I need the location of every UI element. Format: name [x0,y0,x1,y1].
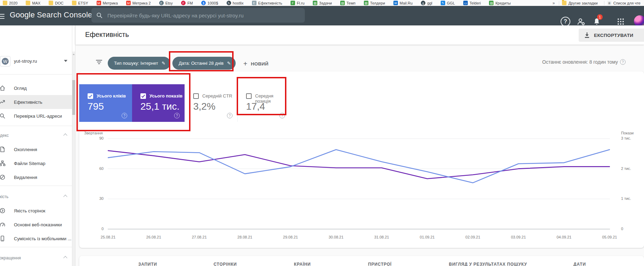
bookmark-item[interactable]: ✉Mail.Ru [393,1,413,5]
checkbox-checked-icon[interactable] [88,93,93,99]
sidebar-item-Ефективність[interactable]: Ефективність [0,95,72,109]
left-axis-tick: 30 [83,196,104,201]
favicon-icon: М [126,1,131,5]
bookmark-item[interactable]: ММетрика 2 [126,1,151,5]
bookmark-item[interactable]: ▤Телдери [364,1,385,5]
bookmark-item[interactable]: 2020 [3,1,17,5]
hamburger-menu-icon[interactable] [0,13,5,20]
bookmark-item[interactable]: ЕЕфективність [252,1,282,5]
bookmark-item[interactable]: hhostlix [227,1,244,5]
sitemap-icon [0,160,6,166]
bookmark-item[interactable]: ETSY [72,1,88,5]
bookmark-item[interactable]: DOC [49,1,63,5]
checkbox-unchecked-icon[interactable] [246,93,252,99]
help-question-icon[interactable]: ? [227,113,233,118]
left-axis-tick: 90 [83,136,104,140]
export-button[interactable]: ЕКСПОРТУВАТИ [579,29,644,42]
favicon-icon: Е [252,1,256,5]
sidebar-item-label: Файли Sitemap [14,161,46,166]
favicon-icon: ▭ [463,1,468,5]
gsc-logo[interactable]: GoogleSearch Console [10,10,92,19]
bookmark-item[interactable]: ММетрика [97,1,118,5]
favicon-icon: ▤ [489,1,494,5]
left-axis-tick: 60 [83,166,104,171]
bookmark-label: Телдери [370,1,385,5]
app-header: GoogleSearch Console ? [0,6,644,25]
mobile-icon [0,235,6,242]
checkbox-checked-icon[interactable] [140,93,146,99]
bookmark-item[interactable]: MAX [26,1,40,5]
bookmark-item[interactable]: ▤Темп [340,1,356,5]
bookmark-label: FM [187,1,193,5]
new-filter-button[interactable]: + НОВИЙ [243,60,269,68]
checkbox-unchecked-icon[interactable] [193,93,199,99]
metric-card-Усього кліків[interactable]: Усього кліків795? [79,84,132,122]
user-settings-icon[interactable] [576,17,586,26]
bookmark-item[interactable]: EEtsy [159,1,173,5]
help-question-icon[interactable]: ? [279,113,285,118]
bookmark-item[interactable]: ▤Кредиты [489,1,511,5]
sidebar-item-Файли Sitemap[interactable]: Файли Sitemap [0,156,72,170]
sidebar-item-Основні веб-показники[interactable]: Основні веб-показники [0,218,72,232]
scrollbar-thumb[interactable] [72,80,75,115]
edit-pencil-icon: ✎ [162,61,165,66]
url-inspection-search-box[interactable] [91,8,305,23]
help-question-icon[interactable]: ? [174,113,180,118]
scrollbar-up-arrow[interactable] [72,52,75,56]
bookmark-label: 1000$ [207,1,218,5]
dimension-tab-КРАЇНИ[interactable]: КРАЇНИ [294,262,311,266]
bookmark-item[interactable]: $1000$ [201,1,218,5]
sidebar-item-Огляд[interactable]: Огляд [0,81,72,95]
bookmark-item[interactable]: Другие закладки [562,1,597,5]
property-selector[interactable]: W yut-stroy.ru [0,55,72,70]
chevron-up-icon [63,195,67,198]
bookmark-item[interactable]: ▤Задачи [313,1,332,5]
dimension-tab-ДАТИ[interactable]: ДАТИ [573,262,586,266]
dimension-tab-ЗАПИТИ[interactable]: ЗАПИТИ [138,262,157,266]
performance-line-chart[interactable] [108,136,610,230]
google-apps-grid-icon[interactable] [616,17,626,26]
search-type-filter-label: Тип пошуку: Інтернет [114,61,158,66]
help-icon[interactable]: ? [561,17,570,26]
bookmark-label: Etsy [165,1,173,5]
sidebar-item-Якість сторінок[interactable]: Якість сторінок [0,204,72,218]
sidebar-section-Покращення[interactable]: Покращення [0,252,72,264]
content-topbar: Ефективність ЕКСПОРТУВАТИ [75,25,644,45]
property-favicon: W [0,56,10,66]
sidebar-section-label: Покращення [0,256,21,260]
filter-icon[interactable] [96,60,102,65]
bookmark-item[interactable]: ✎GGL [441,1,455,5]
bookmark-item[interactable]: ≣Список для чте [607,1,641,5]
sidebar-item-Видалення[interactable]: Видалення [0,170,72,184]
search-input[interactable] [107,13,300,18]
sidebar-section-Якість[interactable]: Якість [0,190,72,203]
chevron-down-icon [64,60,67,62]
sidebar-item-Сумісність із мобільними ...[interactable]: Сумісність із мобільними ... [0,232,72,245]
x-axis-date-label: 28.08.21 [237,235,252,239]
bookmarks-overflow-chevron-icon[interactable]: » [553,1,555,6]
bookmark-label: MAX [32,1,40,5]
date-filter-chip[interactable]: Дата: Останні 28 днів ✎ [172,57,236,70]
sidebar-item-Охоплення[interactable]: Охоплення [0,142,72,156]
folder-icon [72,1,76,5]
right-axis-tick: 2 тис. [621,166,631,171]
search-type-filter-chip[interactable]: Тип пошуку: Інтернет ✎ [108,57,170,70]
dimension-tab-ПРИСТРОЇ[interactable]: ПРИСТРОЇ [368,262,392,266]
bookmark-item[interactable]: FFM [181,1,193,5]
metric-card-Середній CTR[interactable]: Середній CTR3,2%? [185,84,237,122]
bookmark-item[interactable]: ▭Telderi [463,1,481,5]
bookmark-item[interactable]: gggl [421,1,432,5]
metric-card-label: Середній CTR [202,93,232,99]
help-question-icon[interactable]: ? [620,59,626,65]
right-axis-tick: 0 [621,227,623,231]
help-question-icon[interactable]: ? [122,113,127,118]
bookmark-item[interactable]: FFl.ru [291,1,304,5]
sidebar-section-Індекс[interactable]: Індекс [0,129,72,142]
metric-card-Середня позиція[interactable]: Середня позиція17,4? [237,84,290,122]
bookmark-label: Метрика 2 [132,1,151,5]
sidebar-item-Перевірка URL-адреси[interactable]: Перевірка URL-адреси [0,109,72,123]
metric-card-Усього показів[interactable]: Усього показів25,1 тис.? [132,84,185,122]
dimension-tab-СТОРІНКИ[interactable]: СТОРІНКИ [213,262,237,266]
page-title: Ефективність [85,31,129,39]
dimension-tab-ВИГЛЯД У РЕЗУЛЬТАТАХ ПОШУКУ[interactable]: ВИГЛЯД У РЕЗУЛЬТАТАХ ПОШУКУ [449,262,527,266]
